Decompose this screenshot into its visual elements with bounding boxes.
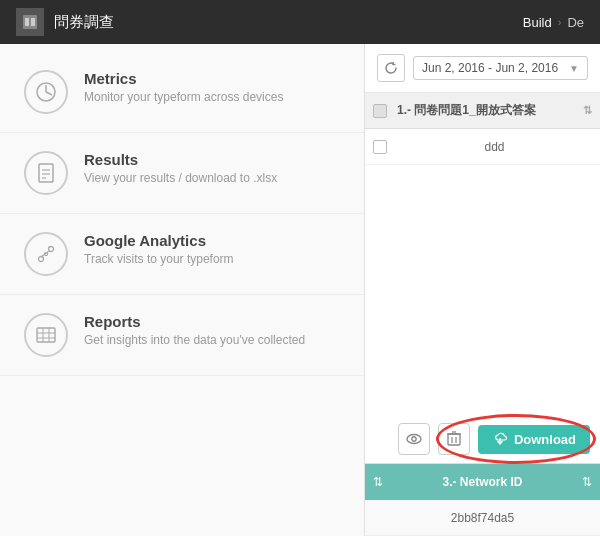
table-header-row: 1.- 問卷問題1_開放式答案 ⇅ bbox=[365, 93, 600, 129]
download-label: Download bbox=[514, 432, 576, 447]
network-table-header: ⇅ 3.- Network ID ⇅ bbox=[365, 464, 600, 500]
eye-button[interactable] bbox=[398, 423, 430, 455]
svg-point-11 bbox=[49, 247, 54, 252]
content-panel: Jun 2, 2016 - Jun 2, 2016 ▼ 1.- 問卷問題1_開放… bbox=[365, 44, 600, 536]
app-header: 問券調查 Build › De bbox=[0, 0, 600, 44]
date-caret-icon: ▼ bbox=[569, 63, 579, 74]
content-spacer bbox=[365, 165, 600, 415]
google-analytics-text: Google Analytics Track visits to your ty… bbox=[84, 232, 234, 266]
header-checkbox-col bbox=[373, 104, 397, 118]
network-col-label: 3.- Network ID bbox=[387, 475, 578, 489]
svg-rect-14 bbox=[37, 328, 55, 342]
nav-chevron: › bbox=[558, 16, 562, 28]
results-text: Results View your results / download to … bbox=[84, 151, 277, 185]
results-icon bbox=[24, 151, 68, 195]
network-sort-left-icon[interactable]: ⇅ bbox=[373, 475, 383, 489]
date-range-value: Jun 2, 2016 - Jun 2, 2016 bbox=[422, 61, 558, 75]
google-analytics-label: Google Analytics bbox=[84, 232, 234, 249]
row-checkbox[interactable] bbox=[373, 140, 387, 154]
reports-desc: Get insights into the data you've collec… bbox=[84, 333, 305, 347]
nav-de: De bbox=[567, 15, 584, 30]
metrics-text: Metrics Monitor your typeform across dev… bbox=[84, 70, 283, 104]
google-analytics-desc: Track visits to your typeform bbox=[84, 252, 234, 266]
date-range-select[interactable]: Jun 2, 2016 - Jun 2, 2016 ▼ bbox=[413, 56, 588, 80]
svg-point-10 bbox=[39, 257, 44, 262]
network-row-value: 2bb8f74da5 bbox=[373, 511, 592, 525]
sidebar: Metrics Monitor your typeform across dev… bbox=[0, 44, 365, 536]
svg-rect-21 bbox=[448, 434, 460, 445]
header-left: 問券調查 bbox=[16, 8, 114, 36]
reports-icon bbox=[24, 313, 68, 357]
table-col-label: 1.- 問卷問題1_開放式答案 bbox=[397, 102, 536, 119]
metrics-label: Metrics bbox=[84, 70, 283, 87]
results-label: Results bbox=[84, 151, 277, 168]
download-button[interactable]: Download bbox=[478, 425, 590, 454]
refresh-button[interactable] bbox=[377, 54, 405, 82]
metrics-icon bbox=[24, 70, 68, 114]
network-sort-right-icon[interactable]: ⇅ bbox=[582, 475, 592, 489]
results-desc: View your results / download to .xlsx bbox=[84, 171, 277, 185]
row-value: ddd bbox=[397, 140, 592, 154]
header-nav: Build › De bbox=[523, 15, 584, 30]
svg-rect-1 bbox=[25, 18, 29, 26]
sidebar-item-google-analytics[interactable]: Google Analytics Track visits to your ty… bbox=[0, 214, 364, 295]
app-logo bbox=[16, 8, 44, 36]
sort-icon[interactable]: ⇅ bbox=[583, 104, 592, 117]
action-toolbar: Download bbox=[365, 415, 600, 464]
google-analytics-icon bbox=[24, 232, 68, 276]
metrics-desc: Monitor your typeform across devices bbox=[84, 90, 283, 104]
date-bar: Jun 2, 2016 - Jun 2, 2016 ▼ bbox=[365, 44, 600, 93]
reports-text: Reports Get insights into the data you'v… bbox=[84, 313, 305, 347]
svg-point-19 bbox=[407, 435, 421, 444]
table-col-title: 1.- 問卷問題1_開放式答案 ⇅ bbox=[397, 102, 592, 119]
reports-label: Reports bbox=[84, 313, 305, 330]
row-checkbox-col bbox=[373, 140, 397, 154]
sidebar-item-metrics[interactable]: Metrics Monitor your typeform across dev… bbox=[0, 52, 364, 133]
download-cloud-icon bbox=[492, 431, 508, 448]
network-data-row: 2bb8f74da5 bbox=[365, 500, 600, 536]
app-title: 問券調查 bbox=[54, 13, 114, 32]
svg-line-5 bbox=[46, 92, 52, 95]
network-table: ⇅ 3.- Network ID ⇅ 2bb8f74da5 bbox=[365, 464, 600, 536]
table-data-row: ddd bbox=[365, 129, 600, 165]
main-layout: Metrics Monitor your typeform across dev… bbox=[0, 44, 600, 536]
svg-point-20 bbox=[412, 437, 416, 441]
sidebar-item-reports[interactable]: Reports Get insights into the data you'v… bbox=[0, 295, 364, 376]
svg-rect-2 bbox=[31, 18, 35, 26]
svg-rect-6 bbox=[39, 164, 53, 182]
trash-button[interactable] bbox=[438, 423, 470, 455]
sidebar-item-results[interactable]: Results View your results / download to … bbox=[0, 133, 364, 214]
nav-build[interactable]: Build bbox=[523, 15, 552, 30]
svg-point-13 bbox=[45, 253, 48, 256]
header-checkbox[interactable] bbox=[373, 104, 387, 118]
